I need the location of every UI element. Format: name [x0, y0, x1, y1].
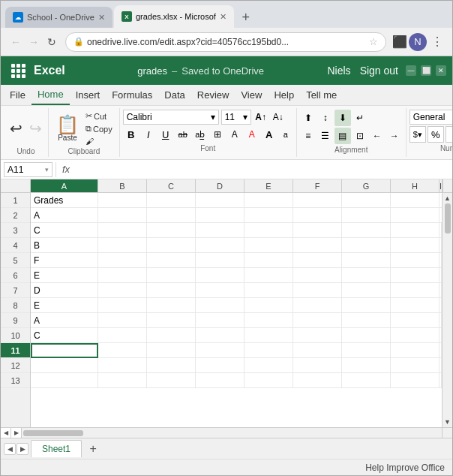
cell-d2[interactable]: [196, 208, 244, 223]
sheet-tab-sheet1[interactable]: Sheet1: [31, 440, 82, 457]
cell-c8[interactable]: [147, 298, 196, 313]
horizontal-scrollbar[interactable]: [22, 428, 442, 438]
cell-d1[interactable]: [196, 193, 244, 208]
cell-d13[interactable]: [196, 373, 244, 388]
tab-home[interactable]: Home: [32, 85, 70, 105]
hscroll-thumb[interactable]: [23, 430, 83, 436]
tab-file[interactable]: File: [4, 86, 32, 104]
cell-f13[interactable]: [293, 373, 342, 388]
row-header-3[interactable]: 3: [1, 223, 30, 238]
extensions-button[interactable]: ⬛: [391, 33, 409, 51]
cell-h9[interactable]: [391, 313, 440, 328]
cell-c9[interactable]: [147, 313, 196, 328]
cell-b13[interactable]: [98, 373, 147, 388]
cell-b9[interactable]: [98, 313, 147, 328]
cell-c4[interactable]: [147, 238, 196, 253]
font-name-selector[interactable]: Calibri▾: [123, 110, 219, 125]
cell-d12[interactable]: [196, 358, 244, 373]
cell-d10[interactable]: [196, 328, 244, 343]
address-bar[interactable]: 🔒 onedrive.live.com/edit.aspx?cid=40576c…: [65, 32, 386, 52]
excel-user[interactable]: Niels: [328, 65, 351, 77]
cell-c13[interactable]: [147, 373, 196, 388]
redo-button[interactable]: ↪: [26, 116, 45, 140]
refresh-button[interactable]: ↻: [43, 33, 61, 51]
cell-f7[interactable]: [293, 283, 342, 298]
row-header-1[interactable]: 1: [1, 193, 30, 208]
tab-review[interactable]: Review: [191, 86, 236, 104]
cell-g11[interactable]: [342, 343, 391, 358]
cell-f2[interactable]: [293, 208, 342, 223]
wrap-text-button[interactable]: ↵: [352, 110, 368, 126]
percent-button[interactable]: %: [428, 126, 444, 143]
cell-c6[interactable]: [147, 268, 196, 283]
col-header-b[interactable]: B: [98, 179, 147, 193]
col-header-g[interactable]: G: [342, 179, 391, 193]
add-sheet-button[interactable]: +: [85, 441, 101, 457]
cell-d6[interactable]: [196, 268, 244, 283]
scroll-left-btn[interactable]: ◀: [1, 428, 11, 438]
cell-f3[interactable]: [293, 223, 342, 238]
row-header-12[interactable]: 12: [1, 358, 30, 373]
cell-f1[interactable]: [293, 193, 342, 208]
strikethrough-button[interactable]: ab̲: [192, 126, 208, 143]
col-header-h[interactable]: H: [391, 179, 440, 193]
cell-b4[interactable]: [98, 238, 147, 253]
cell-b3[interactable]: [98, 223, 147, 238]
tab-excel-close[interactable]: ✕: [220, 12, 226, 22]
col-header-e[interactable]: E: [244, 179, 293, 193]
cell-f8[interactable]: [293, 298, 342, 313]
back-button[interactable]: ←: [7, 33, 25, 51]
cell-a1[interactable]: Grades: [31, 193, 98, 208]
col-header-c[interactable]: C: [147, 179, 196, 193]
formula-input[interactable]: [76, 164, 449, 175]
align-top-button[interactable]: ⬆: [300, 110, 316, 126]
vscroll-thumb[interactable]: [445, 203, 451, 233]
cell-h2[interactable]: [391, 208, 440, 223]
tab-formulas[interactable]: Formulas: [106, 86, 158, 104]
waffle-button[interactable]: [7, 59, 29, 82]
cell-f6[interactable]: [293, 268, 342, 283]
fill-color-button[interactable]: A: [226, 126, 243, 143]
maximize-button[interactable]: ⬜: [421, 65, 431, 76]
paste-button[interactable]: 📋 Paste: [53, 114, 82, 143]
row-header-8[interactable]: 8: [1, 298, 30, 313]
cell-e9[interactable]: [244, 313, 293, 328]
cell-g8[interactable]: [342, 298, 391, 313]
cell-f11[interactable]: [293, 343, 342, 358]
cell-a12[interactable]: [31, 358, 98, 373]
sheet-nav-right[interactable]: ▶: [16, 443, 28, 455]
row-header-6[interactable]: 6: [1, 268, 30, 283]
cell-b11[interactable]: [98, 343, 147, 358]
format-painter-button[interactable]: 🖌: [83, 136, 115, 146]
cell-h5[interactable]: [391, 253, 440, 268]
undo-button[interactable]: ↩: [7, 116, 26, 140]
cell-g7[interactable]: [342, 283, 391, 298]
cell-c7[interactable]: [147, 283, 196, 298]
cell-h13[interactable]: [391, 373, 440, 388]
cell-g5[interactable]: [342, 253, 391, 268]
cell-f12[interactable]: [293, 358, 342, 373]
align-center-button[interactable]: ☰: [317, 128, 334, 144]
cell-b8[interactable]: [98, 298, 147, 313]
cell-d7[interactable]: [196, 283, 244, 298]
cell-b5[interactable]: [98, 253, 147, 268]
cell-h7[interactable]: [391, 283, 440, 298]
menu-button[interactable]: ⋮: [428, 33, 446, 51]
tab-help[interactable]: Help: [268, 86, 300, 104]
scroll-right-btn[interactable]: ▶: [11, 428, 22, 438]
cell-b6[interactable]: [98, 268, 147, 283]
underline-button[interactable]: U: [158, 126, 174, 143]
cell-a6[interactable]: E: [31, 268, 98, 283]
cell-a3[interactable]: C: [31, 223, 98, 238]
cell-ref-box[interactable]: A11▾: [4, 162, 52, 177]
indent-decrease-button[interactable]: ←: [369, 128, 386, 144]
cell-e6[interactable]: [244, 268, 293, 283]
vscroll-up-button[interactable]: ▲: [443, 194, 452, 202]
font-size-large-button[interactable]: A: [261, 126, 278, 143]
bold-button[interactable]: B: [123, 126, 140, 143]
border-button[interactable]: ⊞: [209, 126, 226, 143]
cell-e4[interactable]: [244, 238, 293, 253]
cell-e5[interactable]: [244, 253, 293, 268]
cell-a5[interactable]: F: [31, 253, 98, 268]
new-tab-button[interactable]: +: [236, 7, 256, 28]
